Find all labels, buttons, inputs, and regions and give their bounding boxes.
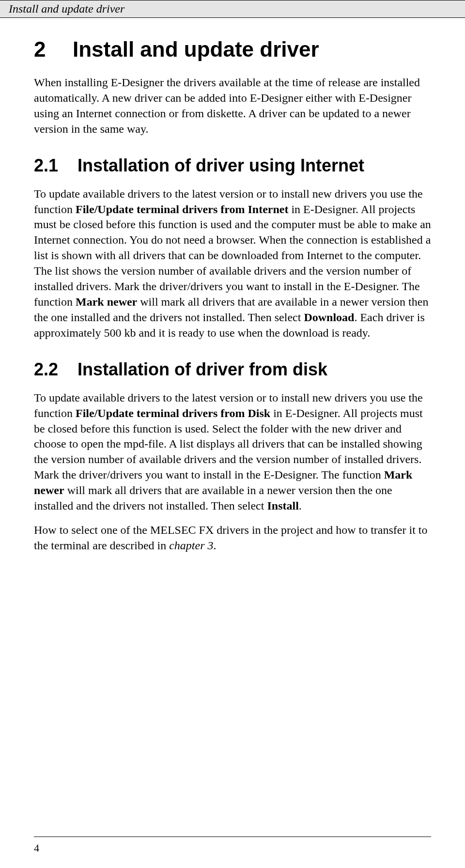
chapter-title: Install and update driver	[73, 37, 319, 62]
section-2-1-paragraph: To update available drivers to the lates…	[34, 186, 431, 341]
section-heading-2-1: 2.1 Installation of driver using Interne…	[34, 155, 431, 176]
section-heading-2-2: 2.2 Installation of driver from disk	[34, 359, 431, 380]
page-footer: 4	[0, 837, 465, 854]
footer-rule	[34, 837, 431, 837]
section-title: Installation of driver from disk	[78, 359, 327, 380]
section-number: 2.1	[34, 155, 78, 176]
chapter-number: 2	[34, 37, 73, 62]
text-run: will mark all drivers that are available…	[34, 484, 392, 512]
page-content: 2 Install and update driver When install…	[0, 18, 465, 554]
section-2-2-paragraph-2: How to select one of the MELSEC FX drive…	[34, 523, 431, 554]
menu-path-text: File/Update terminal drivers from Intern…	[76, 203, 288, 216]
section-title: Installation of driver using Internet	[78, 155, 364, 176]
text-run: .	[214, 539, 217, 552]
page-number: 4	[34, 842, 39, 854]
text-run: in E-Designer. All projects must be clos…	[34, 203, 431, 308]
page-header: Install and update driver	[0, 0, 465, 18]
section-number: 2.2	[34, 359, 78, 380]
text-run: .	[299, 499, 302, 512]
chapter-heading: 2 Install and update driver	[34, 37, 431, 62]
command-text: Install	[267, 499, 298, 512]
chapter-reference: chapter 3	[169, 539, 213, 552]
text-run: How to select one of the MELSEC FX drive…	[34, 524, 428, 552]
menu-path-text: File/Update terminal drivers from Disk	[76, 407, 270, 419]
command-text: Download	[304, 311, 354, 324]
command-text: Mark newer	[76, 295, 137, 308]
intro-paragraph: When installing E-Designer the drivers a…	[34, 75, 431, 137]
section-2-2-paragraph-1: To update available drivers to the lates…	[34, 390, 431, 514]
header-title: Install and update driver	[9, 2, 124, 15]
